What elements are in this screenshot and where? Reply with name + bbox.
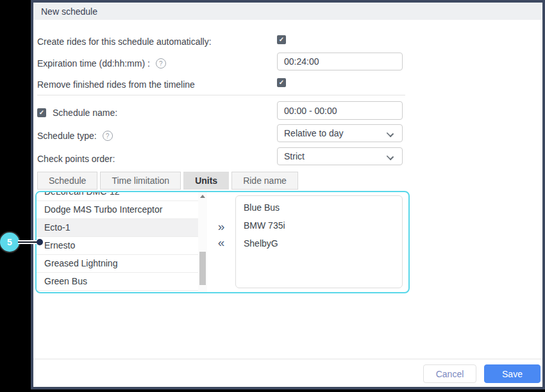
tab-schedule[interactable]: Schedule <box>37 172 97 190</box>
list-item-selected[interactable]: Ecto-1 <box>37 219 198 237</box>
checkpoints-order-select[interactable]: Strict <box>277 147 403 165</box>
list-item[interactable]: DeLorean DMC-12 <box>37 192 198 201</box>
list-item[interactable]: Blue Bus <box>236 199 402 216</box>
units-transfer-panel: DeLorean DMC-12 Dodge M4S Turbo Intercep… <box>35 191 410 293</box>
checkpoints-label: Check points order: <box>37 154 115 164</box>
dialog-title: New schedule <box>41 6 97 17</box>
schedule-type-row: Schedule type: ? <box>37 131 113 141</box>
expiration-label-row: Expiration time (dd:hh:mm) : ? <box>37 58 166 69</box>
move-right-button[interactable]: » <box>218 220 225 233</box>
tab-bar: Schedule Time limitation Units Ride name <box>37 172 298 190</box>
tab-ride-name[interactable]: Ride name <box>231 172 298 190</box>
schedule-type-value: Relative to day <box>284 128 344 138</box>
expiration-input[interactable] <box>277 53 403 70</box>
remove-finished-checkbox[interactable] <box>277 78 286 87</box>
scrollbar-thumb[interactable] <box>199 252 206 285</box>
chevron-down-icon <box>387 130 394 137</box>
chevron-down-icon <box>387 153 394 160</box>
checkpoints-value: Strict <box>284 151 305 161</box>
callout-connector-dot <box>37 239 43 245</box>
schedule-name-row: Schedule name: <box>37 108 117 118</box>
assigned-units-list[interactable]: Blue Bus BMW 735i ShelbyG <box>235 195 403 288</box>
dialog-header: New schedule <box>33 3 542 20</box>
schedule-name-label: Schedule name: <box>53 108 117 118</box>
tab-units[interactable]: Units <box>183 172 229 190</box>
list-item[interactable]: Greased Lightning <box>37 255 198 273</box>
list-item[interactable]: Dodge M4S Turbo Interceptor <box>37 201 198 219</box>
new-schedule-dialog: New schedule Create rides for this sched… <box>31 0 545 389</box>
list-item[interactable]: Green Bus <box>37 273 198 291</box>
schedule-name-input[interactable] <box>277 101 403 120</box>
callout-badge-5: 5 <box>0 233 19 252</box>
scrollbar[interactable] <box>198 192 207 292</box>
section-divider <box>37 95 405 95</box>
save-button[interactable]: Save <box>484 364 541 383</box>
scroll-up-icon[interactable] <box>200 195 205 198</box>
expiration-label: Expiration time (dd:hh:mm) : <box>37 58 150 69</box>
transfer-buttons: » « <box>207 192 235 292</box>
schedule-type-select[interactable]: Relative to day <box>277 124 403 142</box>
schedule-type-label: Schedule type: <box>37 131 97 141</box>
cancel-button[interactable]: Cancel <box>423 364 476 383</box>
auto-create-checkbox[interactable] <box>277 35 286 44</box>
schedule-name-checkbox[interactable] <box>37 108 46 117</box>
help-icon[interactable]: ? <box>103 131 113 141</box>
move-left-button[interactable]: « <box>218 236 225 249</box>
tab-time-limitation[interactable]: Time limitation <box>100 172 181 190</box>
list-item[interactable]: ShelbyG <box>236 234 402 252</box>
remove-finished-label: Remove finished rides from the timeline <box>37 79 195 90</box>
help-icon[interactable]: ? <box>156 58 166 69</box>
list-item[interactable]: BMW 735i <box>236 216 402 234</box>
auto-create-label: Create rides for this schedule automatic… <box>37 37 212 47</box>
list-item[interactable]: Ernesto <box>37 237 198 255</box>
available-units-list[interactable]: DeLorean DMC-12 Dodge M4S Turbo Intercep… <box>37 192 198 292</box>
footer-divider <box>33 359 542 359</box>
